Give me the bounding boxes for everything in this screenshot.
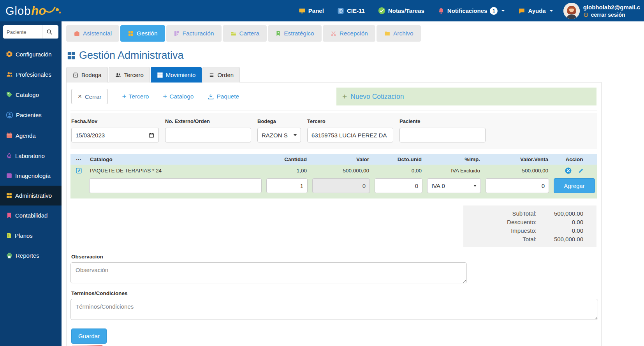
movimiento-panel: × Cerrar + Tercero + Catalogo Paquete	[66, 82, 602, 346]
sidebar-item-administrativo[interactable]: Administrativo	[0, 186, 62, 205]
sidebar-item-agenda[interactable]: Agenda	[0, 125, 62, 146]
droplet-icon	[6, 152, 12, 159]
sidebar-item-label: Catalogo	[16, 91, 39, 98]
nav-panel[interactable]: Panel	[299, 7, 324, 14]
sidebar-item-imagenologia[interactable]: Imagenología	[0, 166, 62, 186]
search-button[interactable]	[42, 25, 56, 39]
iva-select[interactable]: IVA 0	[427, 178, 481, 193]
tab-asistencial[interactable]: Asistencial	[66, 25, 119, 42]
guardar-button[interactable]: Guardar	[71, 328, 107, 344]
items-table: ··· Catalogo Cantidad Valor Dcto.unid %I…	[70, 154, 597, 198]
sidebar-item-label: Laboratorio	[15, 153, 45, 159]
subtab-movimiento[interactable]: Movimiento	[151, 67, 202, 83]
sidebar-item-configuracion[interactable]: Configuración	[0, 44, 62, 64]
tab-facturacion[interactable]: Facturación	[166, 25, 222, 42]
field-fecha-mov: Fecha.Mov 15/03/2023	[71, 118, 159, 142]
cell-dcto: 0,00	[372, 165, 425, 177]
tab-gestion[interactable]: Gestión	[120, 25, 165, 42]
tab-recepcion[interactable]: Recepción	[323, 25, 375, 42]
chevron-down-icon	[501, 10, 505, 12]
chevron-down-icon	[294, 134, 297, 136]
tab-estrategico[interactable]: Estratégico	[268, 25, 322, 42]
sidebar-item-reportes[interactable]: Reportes	[0, 246, 62, 265]
reception-icon	[330, 30, 337, 37]
items-table-header: ··· Catalogo Cantidad Valor Dcto.unid %I…	[70, 154, 597, 165]
new-catalogo-input[interactable]	[89, 178, 262, 193]
terminos-textarea[interactable]	[70, 299, 598, 320]
new-valor-venta-input[interactable]	[486, 178, 549, 193]
tercero-input[interactable]	[307, 128, 393, 142]
sidebar-item-label: Planos	[15, 232, 33, 239]
calendar-picker-icon[interactable]	[148, 132, 155, 138]
sidebar-item-catalogo[interactable]: Catalogo	[0, 84, 62, 105]
cerrar-label: Cerrar	[85, 93, 102, 100]
table-row: PAQUETE DE TERAPIAS * 24 1,00 500.000,00…	[70, 165, 597, 177]
no-externo-label: No. Externo/Orden	[165, 118, 251, 124]
nav-ayuda[interactable]: Ayuda	[518, 7, 553, 14]
paquete-link[interactable]: Paquete	[208, 93, 239, 100]
no-externo-input[interactable]	[165, 128, 251, 142]
tab-label: Asistencial	[83, 30, 112, 37]
cell-catalogo: PAQUETE DE TERAPIAS * 24	[87, 165, 264, 177]
plus-icon: +	[342, 92, 347, 101]
add-tercero-link[interactable]: + Tercero	[122, 92, 149, 101]
nav-notificaciones[interactable]: Notificaciones 1	[438, 7, 505, 15]
new-dcto-input[interactable]	[375, 178, 422, 193]
nav-notas-tareas[interactable]: Notas/Tareas	[378, 7, 424, 14]
field-bodega: Bodega RAZON S	[257, 118, 301, 142]
add-catalogo-label: Catalogo	[169, 93, 194, 100]
nuevo-cotizacion-banner[interactable]: + Nuevo Cotizacion	[336, 88, 596, 105]
invoice-columns-icon	[174, 30, 180, 37]
subtab-tercero[interactable]: Tercero	[109, 67, 150, 83]
row-options-icon: ···	[70, 154, 87, 165]
bodega-selected-value: RAZON S	[262, 132, 288, 139]
delete-row-icon[interactable]	[565, 167, 572, 174]
col-valor-venta: Valor.Venta	[483, 154, 551, 165]
sidebar-item-planos[interactable]: Planos	[0, 225, 62, 246]
agregar-button[interactable]: Agregar	[554, 178, 595, 193]
new-cantidad-input[interactable]	[266, 178, 308, 193]
sidebar-item-label: Configuración	[16, 51, 52, 58]
briefcase-icon	[74, 30, 80, 37]
sidebar-item-label: Reportes	[16, 252, 39, 259]
top-navbar: Globho Panel CIE-11 Notas/Tareas Notific…	[0, 0, 644, 21]
patient-search-input[interactable]	[3, 29, 42, 35]
observacion-textarea[interactable]	[70, 262, 467, 283]
sidebar-item-pacientes[interactable]: Pacientes	[0, 105, 62, 125]
logout-button[interactable]: cerrar sesión	[583, 12, 640, 18]
file-icon	[6, 232, 12, 239]
impuesto-value: 0.00	[537, 227, 596, 234]
subtab-label: Tercero	[124, 72, 144, 78]
sidebar-item-laboratorio[interactable]: Laboratorio	[0, 146, 62, 166]
folder-icon	[384, 30, 391, 37]
cerrar-button[interactable]: × Cerrar	[71, 89, 108, 104]
bodega-select[interactable]: RAZON S	[257, 128, 301, 142]
nav-ayuda-label: Ayuda	[528, 7, 545, 14]
sidebar-item-contabilidad[interactable]: Contabilidad	[0, 205, 62, 225]
edit-pencil-icon[interactable]	[578, 167, 584, 174]
subtab-bodega[interactable]: Bodega	[66, 67, 108, 83]
notifications-badge: 1	[490, 7, 498, 15]
add-catalogo-link[interactable]: + Catalogo	[163, 92, 194, 101]
tab-archivo[interactable]: Archivo	[377, 25, 421, 42]
impuesto-row: Impuesto: 0.00	[463, 226, 596, 235]
tab-cartera[interactable]: Cartera	[223, 25, 267, 42]
row-actions	[554, 167, 594, 174]
panel-monitor-icon	[299, 7, 306, 14]
nav-cie11[interactable]: CIE-11	[337, 7, 365, 14]
descuento-label: Descuento:	[463, 219, 537, 225]
terminos-label: Terminos/Condiciones	[71, 290, 597, 296]
fecha-mov-input[interactable]: 15/03/2023	[71, 128, 159, 142]
user-menu[interactable]: globholab2@gmail.c cerrar sesión	[563, 3, 640, 19]
paciente-label: Paciente	[399, 118, 486, 124]
sidebar-item-label: Administrativo	[15, 192, 52, 199]
chevron-down-icon	[549, 10, 553, 12]
paciente-input[interactable]	[399, 128, 486, 142]
sidebar-item-profesionales[interactable]: Profesionales	[0, 64, 62, 84]
totals-summary: SubTotal: 500,000.00 Descuento: 0.00 Imp…	[463, 205, 596, 247]
subtab-orden[interactable]: Orden	[202, 67, 240, 83]
descuento-row: Descuento: 0.00	[463, 218, 596, 226]
iva-selected-value: IVA 0	[431, 183, 445, 189]
close-icon: ×	[78, 93, 82, 100]
edit-row-icon[interactable]	[76, 167, 82, 174]
